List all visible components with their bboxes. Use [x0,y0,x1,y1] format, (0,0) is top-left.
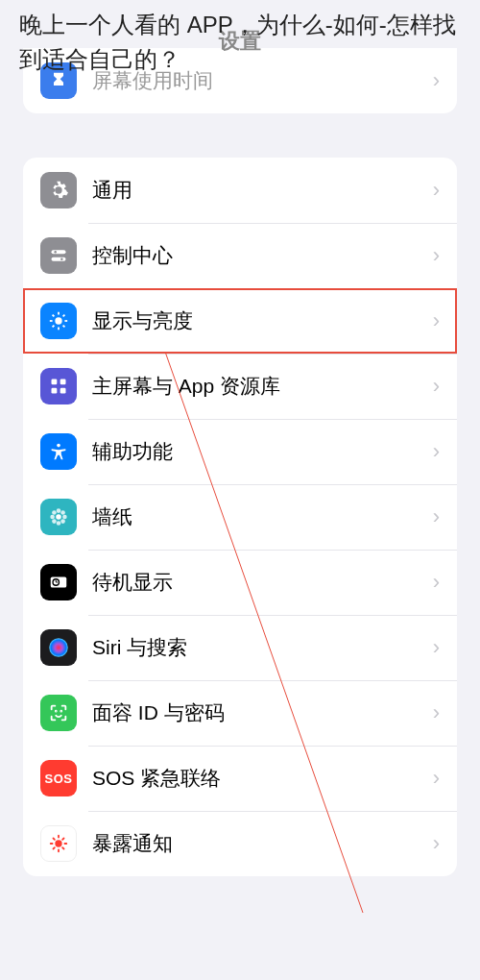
row-label: SOS 紧急联络 [92,765,433,792]
svg-point-17 [57,444,60,448]
svg-point-25 [52,519,57,524]
row-exposure[interactable]: 暴露通知 › [23,811,457,876]
svg-rect-1 [52,257,66,261]
chevron-right-icon: › [433,766,440,791]
chevron-right-icon: › [433,504,440,529]
overlay-question-text: 晚上一个人看的 APP，为什么-如何-怎样找到适合自己的？ [19,8,461,77]
faceid-icon [40,695,77,731]
svg-line-41 [54,847,55,848]
svg-point-32 [56,711,57,712]
chevron-right-icon: › [433,308,440,333]
row-display-brightness[interactable]: 显示与亮度 › [23,288,457,354]
row-siri-search[interactable]: Siri 与搜索 › [23,615,457,680]
row-label: 暴露通知 [92,830,433,857]
chevron-right-icon: › [433,178,440,203]
svg-line-42 [62,839,63,840]
svg-rect-13 [52,380,58,385]
row-sos[interactable]: SOS SOS 紧急联络 › [23,746,457,811]
chevron-right-icon: › [433,439,440,464]
row-label: 面容 ID 与密码 [92,699,433,726]
row-label: 控制中心 [92,242,433,269]
sos-icon: SOS [40,760,77,796]
exposure-icon [40,825,77,862]
chevron-right-icon: › [433,243,440,268]
row-label: 待机显示 [92,569,433,596]
chevron-right-icon: › [433,374,440,399]
svg-rect-14 [60,380,66,385]
svg-point-3 [60,258,63,261]
svg-line-39 [54,839,55,840]
svg-point-22 [62,515,67,520]
row-label: 辅助功能 [92,438,433,465]
row-label: 显示与亮度 [92,307,433,334]
gear-icon [40,172,77,208]
svg-point-34 [55,840,61,846]
svg-point-19 [57,508,61,513]
svg-point-4 [55,317,61,324]
app-grid-icon [40,368,77,404]
svg-point-24 [60,510,65,515]
row-label: 通用 [92,177,433,204]
row-label: 墙纸 [92,503,433,530]
svg-rect-15 [52,388,58,394]
row-face-id[interactable]: 面容 ID 与密码 › [23,680,457,746]
row-home-screen[interactable]: 主屏幕与 App 资源库 › [23,354,457,419]
clock-icon [40,564,77,600]
svg-point-31 [49,638,68,657]
row-wallpaper[interactable]: 墙纸 › [23,484,457,550]
svg-line-40 [62,847,63,848]
toggles-icon [40,237,77,274]
brightness-icon [40,303,77,339]
row-control-center[interactable]: 控制中心 › [23,223,457,288]
settings-group-main: 通用 › 控制中心 › 显示与亮度 › 主屏幕与 App 资源库 › 辅助功能 … [23,158,457,876]
svg-rect-16 [60,388,66,394]
flower-icon [40,499,77,535]
chevron-right-icon: › [433,831,440,856]
svg-point-20 [57,521,61,526]
svg-point-18 [56,514,61,520]
svg-line-12 [63,315,65,317]
row-general[interactable]: 通用 › [23,158,457,223]
svg-line-9 [53,315,55,317]
row-accessibility[interactable]: 辅助功能 › [23,419,457,484]
svg-point-2 [54,251,57,254]
svg-point-33 [60,711,61,712]
svg-rect-0 [52,250,66,254]
svg-line-10 [63,326,65,328]
svg-point-23 [52,510,57,515]
row-label: Siri 与搜索 [92,634,433,661]
svg-point-26 [60,519,65,524]
chevron-right-icon: › [433,700,440,725]
siri-icon [40,629,77,666]
row-standby[interactable]: 待机显示 › [23,550,457,615]
svg-point-21 [50,515,55,520]
chevron-right-icon: › [433,570,440,595]
row-label: 主屏幕与 App 资源库 [92,373,433,400]
chevron-right-icon: › [433,635,440,660]
svg-line-11 [53,326,55,328]
accessibility-icon [40,433,77,470]
